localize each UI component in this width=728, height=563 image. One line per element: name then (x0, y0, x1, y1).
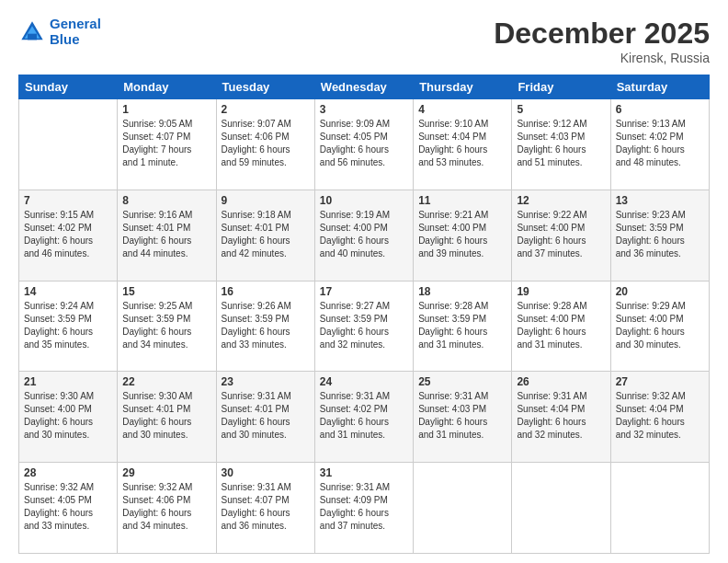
calendar-cell: 5Sunrise: 9:12 AMSunset: 4:03 PMDaylight… (512, 99, 610, 190)
page: General Blue December 2025 Kirensk, Russ… (0, 0, 728, 563)
day-number: 18 (418, 285, 506, 298)
calendar-cell: 11Sunrise: 9:21 AMSunset: 4:00 PMDayligh… (414, 190, 512, 281)
calendar-cell: 21Sunrise: 9:30 AMSunset: 4:00 PMDayligh… (19, 372, 118, 463)
day-info: Sunrise: 9:32 AMSunset: 4:04 PMDaylight:… (616, 390, 704, 442)
calendar-cell (512, 463, 610, 554)
day-number: 8 (122, 194, 210, 207)
day-info: Sunrise: 9:32 AMSunset: 4:06 PMDaylight:… (122, 481, 210, 533)
calendar-cell: 13Sunrise: 9:23 AMSunset: 3:59 PMDayligh… (610, 190, 709, 281)
calendar-cell (19, 99, 118, 190)
day-info: Sunrise: 9:25 AMSunset: 3:59 PMDaylight:… (122, 300, 210, 351)
day-number: 24 (320, 375, 408, 388)
day-number: 19 (517, 285, 605, 298)
day-info: Sunrise: 9:05 AMSunset: 4:07 PMDaylight:… (122, 118, 210, 169)
calendar-cell (414, 463, 512, 554)
day-info: Sunrise: 9:22 AMSunset: 4:00 PMDaylight:… (517, 209, 605, 260)
col-header-monday: Monday (118, 75, 216, 99)
calendar-cell: 18Sunrise: 9:28 AMSunset: 3:59 PMDayligh… (414, 281, 512, 372)
day-info: Sunrise: 9:31 AMSunset: 4:02 PMDaylight:… (320, 390, 408, 442)
calendar-cell: 24Sunrise: 9:31 AMSunset: 4:02 PMDayligh… (314, 372, 413, 463)
day-number: 27 (616, 375, 704, 388)
calendar-cell: 22Sunrise: 9:30 AMSunset: 4:01 PMDayligh… (118, 372, 216, 463)
calendar-cell: 19Sunrise: 9:28 AMSunset: 4:00 PMDayligh… (512, 281, 610, 372)
calendar-table: SundayMondayTuesdayWednesdayThursdayFrid… (18, 75, 710, 554)
calendar-cell: 29Sunrise: 9:32 AMSunset: 4:06 PMDayligh… (118, 463, 216, 554)
day-number: 3 (320, 103, 408, 116)
day-number: 15 (122, 285, 210, 298)
calendar-cell: 30Sunrise: 9:31 AMSunset: 4:07 PMDayligh… (216, 463, 314, 554)
calendar-cell: 10Sunrise: 9:19 AMSunset: 4:00 PMDayligh… (314, 190, 413, 281)
day-number: 13 (616, 194, 704, 207)
day-info: Sunrise: 9:16 AMSunset: 4:01 PMDaylight:… (122, 209, 210, 260)
day-info: Sunrise: 9:31 AMSunset: 4:04 PMDaylight:… (517, 390, 605, 442)
month-title: December 2025 (494, 17, 710, 51)
day-number: 25 (418, 375, 506, 388)
day-info: Sunrise: 9:31 AMSunset: 4:07 PMDaylight:… (222, 481, 310, 533)
day-info: Sunrise: 9:21 AMSunset: 4:00 PMDaylight:… (418, 209, 506, 260)
day-info: Sunrise: 9:29 AMSunset: 4:00 PMDaylight:… (616, 300, 704, 351)
day-number: 12 (517, 194, 605, 207)
day-info: Sunrise: 9:32 AMSunset: 4:05 PMDaylight:… (24, 481, 112, 533)
day-info: Sunrise: 9:15 AMSunset: 4:02 PMDaylight:… (24, 209, 112, 260)
logo-text: General Blue (50, 17, 101, 47)
calendar-cell: 14Sunrise: 9:24 AMSunset: 3:59 PMDayligh… (19, 281, 118, 372)
calendar-cell: 6Sunrise: 9:13 AMSunset: 4:02 PMDaylight… (610, 99, 709, 190)
day-info: Sunrise: 9:26 AMSunset: 3:59 PMDaylight:… (222, 300, 310, 351)
day-info: Sunrise: 9:13 AMSunset: 4:02 PMDaylight:… (616, 118, 704, 169)
day-number: 9 (222, 194, 310, 207)
calendar-cell (610, 463, 709, 554)
calendar-cell: 20Sunrise: 9:29 AMSunset: 4:00 PMDayligh… (610, 281, 709, 372)
calendar-cell: 1Sunrise: 9:05 AMSunset: 4:07 PMDaylight… (118, 99, 216, 190)
calendar-cell: 2Sunrise: 9:07 AMSunset: 4:06 PMDaylight… (216, 99, 314, 190)
day-info: Sunrise: 9:28 AMSunset: 3:59 PMDaylight:… (418, 300, 506, 351)
day-number: 30 (222, 466, 310, 479)
day-number: 5 (517, 103, 605, 116)
day-number: 20 (616, 285, 704, 298)
day-info: Sunrise: 9:12 AMSunset: 4:03 PMDaylight:… (517, 118, 605, 169)
col-header-friday: Friday (512, 75, 610, 99)
day-number: 16 (222, 285, 310, 298)
col-header-sunday: Sunday (19, 75, 118, 99)
day-number: 31 (320, 466, 408, 479)
day-info: Sunrise: 9:28 AMSunset: 4:00 PMDaylight:… (517, 300, 605, 351)
col-header-wednesday: Wednesday (314, 75, 413, 99)
day-number: 22 (122, 375, 210, 388)
day-number: 6 (616, 103, 704, 116)
day-number: 28 (24, 466, 112, 479)
day-number: 23 (222, 375, 310, 388)
calendar-cell: 28Sunrise: 9:32 AMSunset: 4:05 PMDayligh… (19, 463, 118, 554)
day-number: 10 (320, 194, 408, 207)
calendar-cell: 23Sunrise: 9:31 AMSunset: 4:01 PMDayligh… (216, 372, 314, 463)
day-number: 2 (222, 103, 310, 116)
calendar-cell: 8Sunrise: 9:16 AMSunset: 4:01 PMDaylight… (118, 190, 216, 281)
calendar-cell: 25Sunrise: 9:31 AMSunset: 4:03 PMDayligh… (414, 372, 512, 463)
calendar-cell: 26Sunrise: 9:31 AMSunset: 4:04 PMDayligh… (512, 372, 610, 463)
day-info: Sunrise: 9:23 AMSunset: 3:59 PMDaylight:… (616, 209, 704, 260)
calendar-cell: 27Sunrise: 9:32 AMSunset: 4:04 PMDayligh… (610, 372, 709, 463)
svg-rect-2 (28, 33, 37, 40)
logo-blue: Blue (50, 31, 80, 47)
day-number: 21 (24, 375, 112, 388)
day-info: Sunrise: 9:09 AMSunset: 4:05 PMDaylight:… (320, 118, 408, 169)
header: General Blue December 2025 Kirensk, Russ… (18, 17, 710, 65)
day-number: 7 (24, 194, 112, 207)
day-number: 29 (122, 466, 210, 479)
calendar-cell: 12Sunrise: 9:22 AMSunset: 4:00 PMDayligh… (512, 190, 610, 281)
col-header-tuesday: Tuesday (216, 75, 314, 99)
day-number: 11 (418, 194, 506, 207)
col-header-thursday: Thursday (414, 75, 512, 99)
day-info: Sunrise: 9:31 AMSunset: 4:03 PMDaylight:… (418, 390, 506, 442)
calendar-cell: 31Sunrise: 9:31 AMSunset: 4:09 PMDayligh… (314, 463, 413, 554)
day-number: 1 (122, 103, 210, 116)
day-info: Sunrise: 9:31 AMSunset: 4:09 PMDaylight:… (320, 481, 408, 533)
logo: General Blue (18, 17, 101, 47)
logo-general: General (50, 16, 101, 31)
day-info: Sunrise: 9:18 AMSunset: 4:01 PMDaylight:… (222, 209, 310, 260)
calendar-cell: 7Sunrise: 9:15 AMSunset: 4:02 PMDaylight… (19, 190, 118, 281)
calendar-cell: 3Sunrise: 9:09 AMSunset: 4:05 PMDaylight… (314, 99, 413, 190)
logo-icon (18, 18, 46, 46)
calendar-cell: 16Sunrise: 9:26 AMSunset: 3:59 PMDayligh… (216, 281, 314, 372)
day-info: Sunrise: 9:19 AMSunset: 4:00 PMDaylight:… (320, 209, 408, 260)
day-info: Sunrise: 9:10 AMSunset: 4:04 PMDaylight:… (418, 118, 506, 169)
calendar-cell: 9Sunrise: 9:18 AMSunset: 4:01 PMDaylight… (216, 190, 314, 281)
